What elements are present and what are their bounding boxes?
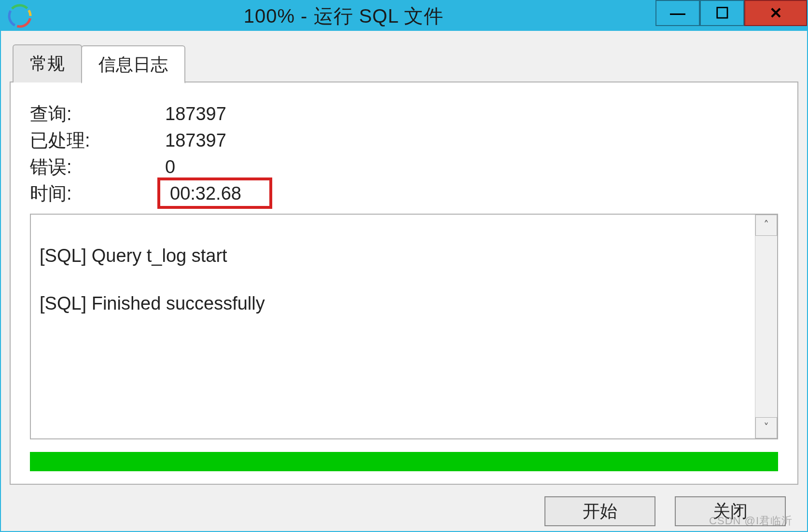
tab-body: 查询: 187397 已处理: 187397 错误: 0 时间: 00:32.6… bbox=[10, 82, 798, 485]
time-value-cell: 00:32.68 bbox=[165, 182, 778, 205]
log-content[interactable]: [SQL] Query t_log start [SQL] Finished s… bbox=[31, 215, 755, 438]
time-label: 时间: bbox=[30, 181, 165, 206]
window-controls: — ☐ ✕ bbox=[655, 1, 807, 31]
processed-value: 187397 bbox=[165, 130, 778, 151]
maximize-icon: ☐ bbox=[715, 5, 729, 21]
query-label: 查询: bbox=[30, 102, 165, 126]
scroll-up-button[interactable]: ˄ bbox=[755, 215, 777, 236]
stats-grid: 查询: 187397 已处理: 187397 错误: 0 时间: 00:32.6… bbox=[30, 102, 778, 206]
button-row: 开始 关闭 bbox=[10, 485, 798, 526]
close-button[interactable]: 关闭 bbox=[675, 496, 786, 526]
client-area: 常规 信息日志 查询: 187397 已处理: 187397 错误: 0 时间:… bbox=[1, 31, 807, 531]
titlebar[interactable]: 100% - 运行 SQL 文件 — ☐ ✕ bbox=[1, 1, 807, 31]
processed-label: 已处理: bbox=[30, 128, 165, 153]
minimize-icon: — bbox=[670, 5, 685, 21]
log-line: [SQL] Query t_log start bbox=[40, 244, 746, 268]
error-value: 0 bbox=[165, 157, 778, 177]
maximize-button[interactable]: ☐ bbox=[700, 0, 744, 26]
query-value: 187397 bbox=[165, 104, 778, 124]
close-window-button[interactable]: ✕ bbox=[744, 0, 807, 26]
app-icon bbox=[8, 4, 32, 28]
close-icon: ✕ bbox=[769, 5, 782, 21]
time-value: 00:32.68 bbox=[170, 183, 241, 204]
start-button[interactable]: 开始 bbox=[544, 496, 655, 526]
chevron-down-icon: ˅ bbox=[764, 422, 769, 434]
scrollbar[interactable]: ˄ ˅ bbox=[755, 215, 777, 438]
log-line: [SQL] Finished successfully bbox=[40, 292, 746, 315]
log-box: [SQL] Query t_log start [SQL] Finished s… bbox=[30, 214, 778, 439]
scroll-down-button[interactable]: ˅ bbox=[755, 417, 777, 438]
progress-bar bbox=[30, 452, 778, 471]
tab-strip: 常规 信息日志 bbox=[13, 44, 798, 82]
minimize-button[interactable]: — bbox=[655, 0, 700, 26]
dialog-window: 100% - 运行 SQL 文件 — ☐ ✕ 常规 信息日志 查询: 18739… bbox=[0, 0, 808, 532]
tab-info-log[interactable]: 信息日志 bbox=[81, 45, 185, 83]
window-title: 100% - 运行 SQL 文件 bbox=[32, 3, 655, 29]
tab-general[interactable]: 常规 bbox=[13, 44, 82, 82]
chevron-up-icon: ˄ bbox=[764, 219, 769, 232]
error-label: 错误: bbox=[30, 155, 165, 179]
